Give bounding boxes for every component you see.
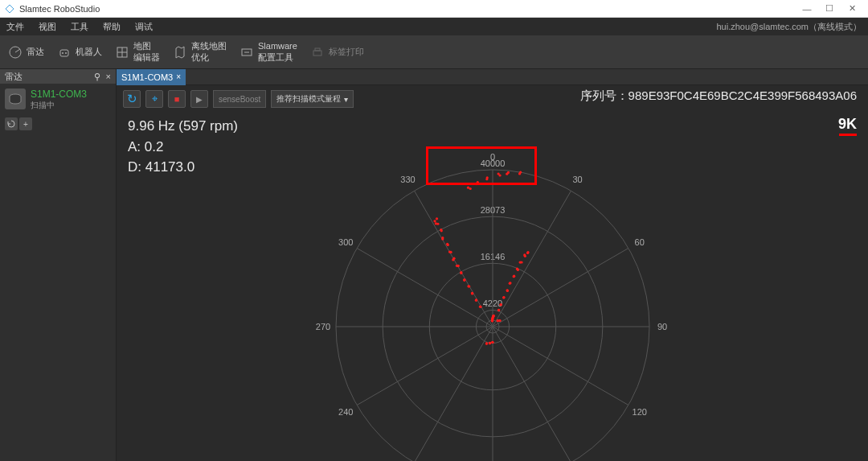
svg-point-102 <box>526 252 528 254</box>
user-info: hui.zhou@slamtec.com（离线模式） <box>717 21 862 33</box>
play-button[interactable]: ▶ <box>190 90 208 108</box>
sidebar-panel-header: 雷达 ⚲ × <box>0 69 116 84</box>
svg-line-33 <box>414 327 493 461</box>
device-name: S1M1-COM3 <box>31 88 87 100</box>
chevron-down-icon: ▾ <box>344 95 348 104</box>
svg-point-54 <box>460 272 462 274</box>
sidebar-device[interactable]: S1M1-COM3 扫描中 <box>0 84 116 116</box>
stop-icon: ■ <box>174 94 180 104</box>
svg-point-118 <box>491 341 493 344</box>
svg-point-84 <box>497 309 500 311</box>
refresh-icon: ↻ <box>127 92 137 106</box>
svg-point-100 <box>523 255 526 257</box>
tool-map-editor[interactable]: 地图 编辑器 <box>115 41 160 62</box>
svg-line-35 <box>357 327 493 405</box>
svg-point-66 <box>440 229 442 232</box>
device-status: 扫描中 <box>31 100 87 111</box>
menu-file[interactable]: 文件 <box>6 21 24 33</box>
tab-device[interactable]: S1M1-COM3 × <box>117 69 186 85</box>
robot-icon <box>57 45 72 60</box>
tool-print[interactable]: 标签打印 <box>310 45 364 60</box>
svg-line-39 <box>357 249 493 327</box>
menu-bar: 文件 视图 工具 帮助 调试 hui.zhou@slamtec.com（离线模式… <box>0 18 868 35</box>
crosshair-button[interactable]: ⌖ <box>145 90 163 108</box>
content-area: S1M1-COM3 × ↻ ⌖ ■ ▶ senseBoost 推荐扫描模式量程 … <box>117 69 868 461</box>
svg-point-86 <box>499 303 502 306</box>
svg-point-62 <box>446 244 448 246</box>
sidebar-close-icon[interactable]: × <box>106 72 111 81</box>
tool-map-editor-label: 地图 编辑器 <box>133 41 160 62</box>
lidar-device-icon <box>5 88 26 109</box>
svg-point-116 <box>498 319 501 322</box>
svg-point-52 <box>463 279 465 282</box>
app-logo-icon <box>5 4 14 14</box>
scan-mode-dropdown[interactable]: 推荐扫描模式量程 ▾ <box>271 90 354 108</box>
svg-text:30: 30 <box>572 175 582 184</box>
menu-view[interactable]: 视图 <box>39 21 56 33</box>
svg-point-98 <box>518 261 521 264</box>
svg-point-70 <box>433 220 436 222</box>
polar-chart[interactable]: 4220161462807340000030609012015018021024… <box>268 101 718 461</box>
tool-slamware[interactable]: Slamware 配置工具 <box>240 41 297 62</box>
menu-help[interactable]: 帮助 <box>103 21 121 33</box>
svg-point-50 <box>468 285 470 287</box>
slamware-icon <box>240 45 254 60</box>
svg-point-46 <box>474 299 477 302</box>
tab-label: S1M1-COM3 <box>121 72 173 82</box>
refresh-button[interactable]: ↻ <box>123 90 141 108</box>
offline-map-icon <box>173 45 187 60</box>
tool-robot[interactable]: 机器人 <box>57 45 102 60</box>
minimize-button[interactable]: — <box>796 4 818 14</box>
svg-point-120 <box>488 342 490 344</box>
close-button[interactable]: ✕ <box>841 3 863 14</box>
svg-point-72 <box>469 187 471 190</box>
print-icon <box>310 45 325 60</box>
stop-button[interactable]: ■ <box>168 90 186 108</box>
tool-offline-map-label: 离线地图 优化 <box>191 41 227 62</box>
sidebar-pin-icon[interactable]: ⚲ <box>94 72 100 81</box>
tool-offline-map[interactable]: 离线地图 优化 <box>173 41 227 62</box>
dropdown-label: 推荐扫描模式量程 <box>276 93 341 105</box>
toolbar: 雷达 机器人 地图 编辑器 离线地图 优化 Slamware 配置工具 标签打印 <box>0 35 868 69</box>
tab-close-icon[interactable]: × <box>176 72 181 81</box>
svg-point-92 <box>508 282 510 285</box>
tab-strip: S1M1-COM3 × <box>117 69 868 85</box>
svg-point-96 <box>516 269 518 271</box>
svg-text:240: 240 <box>338 407 353 417</box>
svg-point-56 <box>457 265 459 267</box>
svg-point-48 <box>471 292 473 294</box>
svg-point-64 <box>441 237 444 240</box>
play-icon: ▶ <box>196 95 203 104</box>
menu-debug[interactable]: 调试 <box>135 21 153 33</box>
tool-radar-label: 雷达 <box>27 47 44 57</box>
svg-line-27 <box>493 327 628 405</box>
svg-point-90 <box>506 290 508 292</box>
sidebar-add-button[interactable]: + <box>19 117 32 130</box>
svg-text:300: 300 <box>338 237 353 247</box>
svg-point-4 <box>65 52 67 54</box>
menu-tools[interactable]: 工具 <box>71 21 88 33</box>
svg-point-112 <box>492 315 494 317</box>
tool-radar[interactable]: 雷达 <box>8 45 44 60</box>
maximize-button[interactable]: ☐ <box>818 3 841 14</box>
svg-point-69 <box>435 217 437 220</box>
sidebar-refresh-button[interactable] <box>5 117 18 130</box>
svg-line-29 <box>493 327 571 461</box>
svg-text:120: 120 <box>632 407 646 417</box>
svg-text:270: 270 <box>315 322 330 331</box>
tool-robot-label: 机器人 <box>76 47 102 57</box>
svg-point-44 <box>479 306 481 308</box>
svg-point-94 <box>512 275 514 278</box>
highlight-rectangle <box>426 146 537 185</box>
svg-rect-7 <box>313 51 321 56</box>
svg-text:60: 60 <box>634 237 644 247</box>
svg-point-3 <box>62 52 63 54</box>
svg-point-60 <box>449 251 452 253</box>
svg-marker-0 <box>6 5 14 13</box>
svg-line-23 <box>493 249 628 327</box>
svg-point-58 <box>452 258 454 261</box>
sidebar: 雷达 ⚲ × S1M1-COM3 扫描中 + <box>0 69 117 461</box>
mode-field[interactable]: senseBoost <box>213 90 266 108</box>
serial-value: 989E93F0C4E69BC2C4E399F568493A06 <box>628 88 857 102</box>
svg-point-68 <box>436 223 439 225</box>
